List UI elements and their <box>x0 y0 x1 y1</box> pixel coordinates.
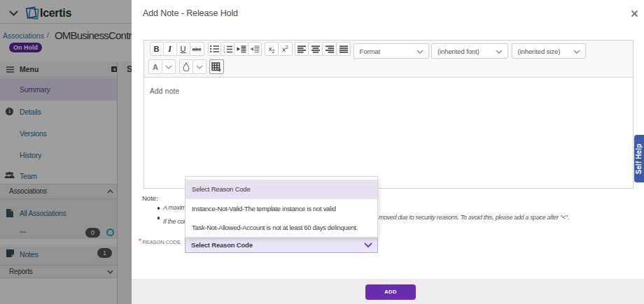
svg-text:3: 3 <box>223 50 225 53</box>
